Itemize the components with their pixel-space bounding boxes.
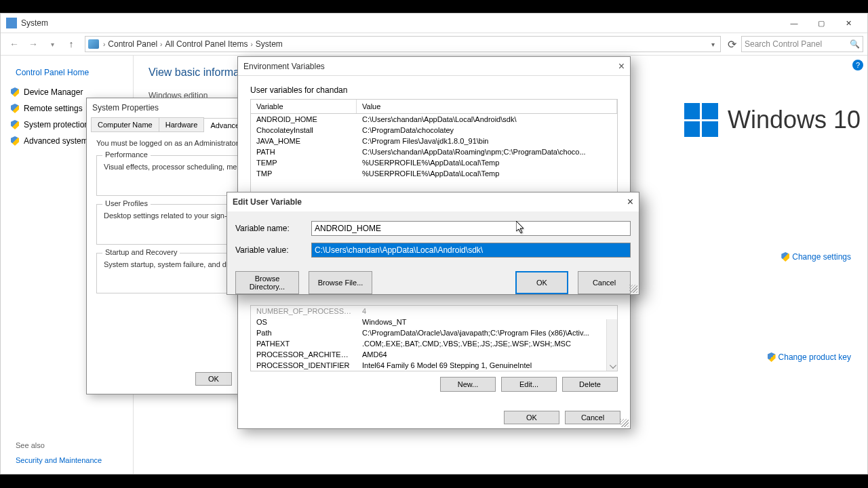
- see-also-label: See also: [1, 437, 117, 453]
- shield-icon: [781, 252, 789, 262]
- table-row[interactable]: ANDROID_HOMEC:\Users\chandan\AppData\Loc…: [251, 114, 617, 125]
- shield-icon: [768, 352, 776, 362]
- ok-button[interactable]: OK: [195, 372, 232, 386]
- system-variables-table[interactable]: NUMBER_OF_PROCESSORS4 OSWindows_NT PathC…: [250, 305, 618, 371]
- computer-icon: [88, 39, 99, 49]
- dialog-title: Environment Variables ×: [238, 57, 630, 76]
- search-input[interactable]: Search Control Panel 🔍: [741, 36, 863, 52]
- shield-icon: [11, 136, 19, 146]
- delete-button[interactable]: Delete: [562, 377, 618, 392]
- maximize-button[interactable]: ▢: [808, 15, 835, 31]
- change-product-key-link[interactable]: Change product key: [768, 352, 851, 362]
- table-row[interactable]: PROCESSOR_IDENTIFIERIntel64 Family 6 Mod…: [251, 360, 617, 371]
- cancel-button[interactable]: Cancel: [565, 411, 620, 424]
- change-settings-link[interactable]: Change settings: [781, 252, 851, 262]
- breadcrumb-item[interactable]: System: [256, 39, 283, 49]
- table-row[interactable]: TMP%USERPROFILE%\AppData\Local\Temp: [251, 168, 617, 179]
- windows-logo: Windows 10: [684, 103, 861, 137]
- search-icon: 🔍: [850, 39, 860, 49]
- ok-button[interactable]: OK: [504, 411, 559, 424]
- cancel-button[interactable]: Cancel: [578, 271, 631, 294]
- table-row[interactable]: PATHC:\Users\chandan\AppData\Roaming\npm…: [251, 146, 617, 157]
- sidebar-header[interactable]: Control Panel Home: [1, 65, 133, 84]
- up-button[interactable]: ↑: [64, 37, 78, 51]
- table-row[interactable]: PATHEXT.COM;.EXE;.BAT;.CMD;.VBS;.VBE;.JS…: [251, 338, 617, 349]
- table-row[interactable]: ChocolateyInstallC:\ProgramData\chocolat…: [251, 125, 617, 136]
- browse-file-button[interactable]: Browse File...: [309, 271, 372, 294]
- refresh-button[interactable]: ⟳: [725, 37, 738, 51]
- shield-icon: [11, 104, 19, 113]
- close-button[interactable]: ×: [627, 196, 633, 208]
- titlebar: System — ▢ ✕: [1, 14, 867, 33]
- close-button[interactable]: ✕: [835, 15, 862, 31]
- variable-name-label: Variable name:: [235, 224, 311, 233]
- shield-icon: [11, 120, 19, 129]
- system-icon: [6, 18, 17, 28]
- variable-value-label: Variable value:: [235, 245, 311, 255]
- variable-value-input[interactable]: C:\Users\chandan\AppData\Local\Android\s…: [311, 243, 631, 258]
- table-row[interactable]: PathC:\ProgramData\Oracle\Java\javapath;…: [251, 327, 617, 338]
- dropdown-history[interactable]: ▾: [45, 37, 59, 51]
- scrollbar[interactable]: [606, 319, 617, 371]
- table-row[interactable]: TEMP%USERPROFILE%\AppData\Local\Temp: [251, 157, 617, 168]
- resize-grip[interactable]: [629, 285, 637, 293]
- variable-name-input[interactable]: [311, 221, 631, 236]
- browse-directory-button[interactable]: Browse Directory...: [235, 271, 299, 294]
- tab-hardware[interactable]: Hardware: [159, 117, 205, 131]
- security-maintenance-link[interactable]: Security and Maintenance: [1, 453, 117, 467]
- user-variables-table[interactable]: Variable Value ANDROID_HOMEC:\Users\chan…: [250, 99, 618, 192]
- shield-icon: [11, 87, 19, 97]
- minimize-button[interactable]: —: [781, 15, 808, 31]
- forward-button[interactable]: →: [26, 37, 40, 51]
- table-row[interactable]: JAVA_HOMEC:\Program Files\Java\jdk1.8.0_…: [251, 136, 617, 146]
- table-row[interactable]: NUMBER_OF_PROCESSORS4: [251, 306, 617, 317]
- edit-user-variable-dialog: Edit User Variable × Variable name: Vari…: [226, 192, 639, 295]
- user-vars-label: User variables for chandan: [250, 85, 618, 95]
- edit-button[interactable]: Edit...: [501, 377, 557, 392]
- dialog-title: Edit User Variable ×: [227, 192, 639, 211]
- ok-button[interactable]: OK: [515, 271, 568, 294]
- new-button[interactable]: New...: [440, 377, 496, 392]
- breadcrumb-item[interactable]: Control Panel: [108, 39, 157, 49]
- tab-computer-name[interactable]: Computer Name: [91, 117, 159, 131]
- window-title: System: [21, 18, 781, 28]
- breadcrumb[interactable]: › Control Panel › All Control Panel Item…: [85, 36, 721, 52]
- column-header-variable[interactable]: Variable: [251, 100, 357, 113]
- breadcrumb-item[interactable]: All Control Panel Items: [165, 39, 248, 49]
- table-row[interactable]: OSWindows_NT: [251, 317, 617, 327]
- toolbar: ← → ▾ ↑ › Control Panel › All Control Pa…: [1, 33, 867, 56]
- close-button[interactable]: ×: [618, 60, 625, 73]
- column-header-value[interactable]: Value: [357, 100, 617, 113]
- back-button[interactable]: ←: [7, 37, 21, 51]
- table-row[interactable]: PROCESSOR_ARCHITECTUREAMD64: [251, 349, 617, 360]
- resize-grip[interactable]: [620, 419, 629, 427]
